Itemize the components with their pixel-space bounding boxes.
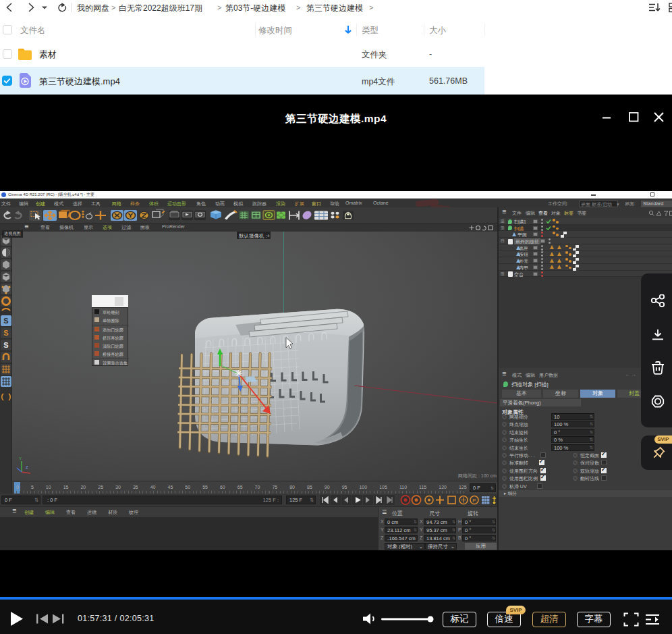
svg-text:网格间距 : 100 cm: 网格间距 : 100 cm (458, 473, 497, 479)
svg-text:默认摄像机 :+: 默认摄像机 :+ (238, 233, 271, 239)
svg-text:S: S (3, 317, 8, 325)
svg-text:P: P (472, 498, 476, 504)
svg-text:Y: Y (19, 456, 22, 460)
svg-text:S: S (3, 341, 8, 349)
svg-text:S: S (3, 329, 8, 337)
svg-text:Z: Z (26, 465, 28, 469)
